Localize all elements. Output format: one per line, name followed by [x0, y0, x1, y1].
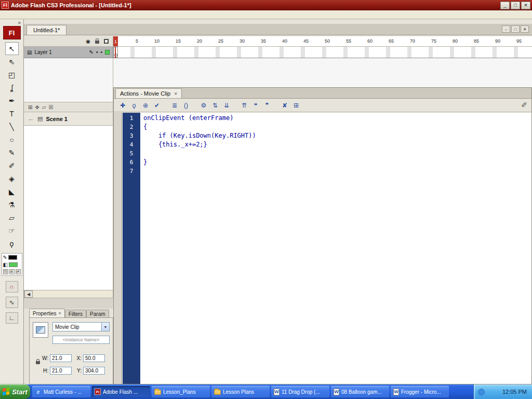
script-assist-icon[interactable]: ✐ — [521, 101, 527, 109]
width-field[interactable] — [50, 354, 72, 362]
find-icon[interactable]: ϙ — [128, 100, 140, 111]
tab-properties[interactable]: Properties × — [29, 309, 65, 317]
task-adobe-flash[interactable]: Fl Adobe Flash ... — [92, 386, 150, 397]
expand-all-icon[interactable]: ⇈ — [238, 100, 250, 111]
task-lesson-plans[interactable]: Lesson Plans — [211, 386, 270, 397]
layer-name[interactable]: Layer 1 — [34, 49, 86, 55]
doc-minimize-button[interactable]: – — [502, 25, 510, 33]
hide-inactive-icons-icon[interactable] — [478, 389, 485, 395]
check-syntax-icon[interactable]: ✔ — [151, 100, 163, 111]
paint-bucket-tool[interactable]: ◣ — [5, 185, 19, 198]
doc-close-button[interactable]: ✕ — [521, 25, 529, 33]
code-line[interactable]: 7 — [123, 167, 531, 176]
menu-commands[interactable] — [46, 14, 53, 15]
insert-layer-folder-icon[interactable]: ▱ — [42, 104, 46, 110]
lock-dimensions-icon[interactable] — [36, 361, 40, 364]
layer-visibility-dot[interactable]: • — [96, 49, 98, 55]
auto-format-icon[interactable]: ≣ — [169, 100, 180, 111]
stroke-color-swatch[interactable] — [8, 255, 17, 260]
height-field[interactable] — [50, 367, 72, 375]
free-transform-tool[interactable]: ◰ — [5, 68, 19, 81]
menu-help[interactable] — [75, 14, 82, 15]
layer-frames-row[interactable] — [113, 47, 532, 58]
brush-tool[interactable]: ✐ — [5, 159, 19, 172]
ink-bottle-tool[interactable]: ◈ — [5, 172, 19, 185]
show-hide-all-layers-icon[interactable]: ◉ — [86, 38, 90, 44]
code-line[interactable]: 4 {this._x+=2;} — [123, 140, 531, 149]
snap-magnet-icon[interactable]: ∩ — [6, 281, 18, 292]
code-line[interactable]: 3 if (Key.isDown(Key.RIGHT)) — [123, 131, 531, 140]
debug-options-icon[interactable]: ⚙ — [198, 100, 209, 111]
insert-layer-icon[interactable]: ⊞ — [28, 104, 32, 110]
collapse-between-braces-icon[interactable]: ⇅ — [209, 100, 221, 111]
smooth-icon[interactable]: ∿ — [6, 297, 18, 308]
x-field[interactable] — [83, 354, 105, 362]
remove-comment-icon[interactable]: ✘ — [279, 100, 290, 111]
close-button[interactable]: ✕ — [521, 2, 530, 9]
swap-colors-icon[interactable]: ⇄ — [16, 269, 21, 274]
eyedropper-tool[interactable]: ⚗ — [5, 198, 19, 211]
menu-modify[interactable] — [31, 14, 38, 15]
collapse-panel-icon[interactable]: » — [18, 19, 23, 25]
code-line[interactable]: 6 } — [123, 158, 531, 167]
apply-line-comment-icon[interactable]: ❞ — [261, 100, 273, 111]
line-tool[interactable]: ╲ — [5, 120, 19, 133]
text-tool[interactable]: T — [5, 107, 19, 120]
delete-layer-icon[interactable]: ☒ — [48, 104, 53, 110]
tab-close-icon[interactable]: × — [59, 311, 61, 316]
layer-row[interactable]: ▤ Layer 1 ✎ • • — [24, 47, 113, 58]
code-area[interactable]: 1 onClipEvent (enterFrame) 2 { 3 if (Key… — [123, 114, 531, 384]
menu-window[interactable] — [68, 14, 75, 15]
task-matt-curless[interactable]: e Matt Curless - ... — [32, 386, 90, 397]
default-colors-icon[interactable]: ◳ — [3, 269, 8, 274]
fill-color-swatch[interactable] — [9, 262, 18, 267]
doc-restore-button[interactable]: □ — [511, 25, 520, 33]
zoom-tool[interactable]: ϙ — [5, 237, 19, 250]
apply-block-comment-icon[interactable]: ❝ — [250, 100, 261, 111]
hand-tool[interactable]: ☞ — [5, 224, 19, 237]
instance-name-input[interactable] — [52, 336, 110, 344]
code-line[interactable]: 2 { — [123, 123, 531, 131]
straighten-icon[interactable]: ∟ — [6, 312, 18, 324]
dropdown-arrow-icon[interactable]: ▼ — [101, 323, 109, 331]
scene-label[interactable]: Scene 1 — [46, 116, 68, 122]
layer-lock-dot[interactable]: • — [100, 49, 102, 55]
pen-tool[interactable]: ✒ — [5, 94, 19, 107]
menu-text[interactable] — [38, 14, 46, 15]
minimize-button[interactable]: _ — [500, 2, 510, 9]
task-drag-drop-doc[interactable]: W 11 Drag Drop (... — [271, 386, 329, 397]
no-color-icon[interactable]: ⊘ — [9, 269, 15, 274]
maximize-button[interactable]: □ — [511, 2, 520, 9]
show-hide-toolbox-icon[interactable]: ⊞ — [290, 100, 302, 111]
subselection-tool[interactable]: ⇖ — [5, 55, 19, 68]
start-button[interactable]: Start — [0, 384, 30, 399]
pencil-tool[interactable]: ✎ — [5, 146, 19, 159]
add-script-icon[interactable]: ✚ — [117, 100, 128, 111]
actions-tab[interactable]: Actions - Movie Clip × — [115, 88, 182, 98]
lock-all-layers-icon[interactable] — [95, 41, 99, 44]
code-line[interactable]: 1 onClipEvent (enterFrame) — [123, 114, 531, 123]
back-arrow-icon[interactable]: ← — [28, 115, 34, 123]
symbol-thumbnail[interactable] — [33, 322, 48, 338]
selection-tool[interactable]: ↖ — [5, 42, 19, 55]
layer-outline-color[interactable] — [105, 50, 110, 55]
symbol-type-select[interactable]: Movie Clip ▼ — [52, 322, 110, 331]
oval-tool[interactable]: ○ — [5, 133, 19, 146]
timeline-ruler[interactable]: 5101520253035404550556065707580859095 1 — [113, 36, 532, 47]
insert-target-path-icon[interactable]: ⊕ — [140, 100, 151, 111]
menu-file[interactable] — [2, 14, 9, 15]
tab-parameters[interactable]: Param — [86, 310, 109, 317]
menu-insert[interactable] — [24, 14, 31, 15]
show-code-hint-icon[interactable]: () — [180, 100, 192, 111]
outline-view-icon[interactable] — [104, 39, 109, 44]
stage[interactable] — [24, 126, 113, 290]
task-balloon-game-doc[interactable]: W 08 Balloon gam... — [331, 386, 389, 397]
scroll-left-icon[interactable]: ◀ — [24, 290, 33, 298]
tab-filters[interactable]: Filters — [65, 310, 86, 317]
task-frogger-doc[interactable]: W Frogger - Micro... — [391, 386, 449, 397]
toolbox-collapsed-strip[interactable] — [114, 113, 122, 384]
task-lesson-plans-underscore[interactable]: Lesson_Plans — [152, 386, 210, 397]
add-motion-guide-icon[interactable]: ✜ — [35, 104, 39, 110]
actions-tab-close-icon[interactable]: × — [174, 91, 177, 97]
menu-debug[interactable] — [60, 14, 68, 15]
